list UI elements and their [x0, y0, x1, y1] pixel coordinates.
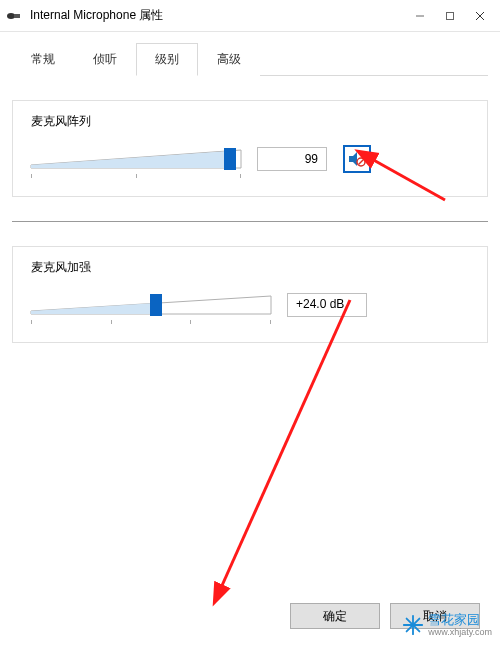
- watermark: 雪花家园 www.xhjaty.com: [402, 613, 492, 637]
- mic-boost-section: 麦克风加强 +24.0 dB: [12, 246, 488, 343]
- mic-boost-value: +24.0 dB: [287, 293, 367, 317]
- maximize-button[interactable]: [436, 5, 464, 27]
- svg-point-0: [7, 13, 15, 19]
- divider: [12, 221, 488, 222]
- mic-array-slider-thumb[interactable]: [224, 148, 236, 170]
- mute-button[interactable]: [343, 145, 371, 173]
- tab-advanced[interactable]: 高级: [198, 43, 260, 76]
- microphone-icon: [6, 10, 22, 22]
- svg-line-10: [359, 160, 364, 165]
- minimize-button[interactable]: [406, 5, 434, 27]
- close-button[interactable]: [466, 5, 494, 27]
- window-title: Internal Microphone 属性: [30, 7, 406, 24]
- mic-boost-slider-thumb[interactable]: [150, 294, 162, 316]
- svg-rect-3: [447, 12, 454, 19]
- tab-levels[interactable]: 级别: [136, 43, 198, 76]
- svg-marker-7: [31, 151, 230, 168]
- svg-marker-12: [31, 303, 156, 314]
- snowflake-icon: [402, 614, 424, 636]
- tab-general[interactable]: 常规: [12, 43, 74, 76]
- window-controls: [406, 5, 494, 27]
- watermark-name: 雪花家园: [428, 613, 492, 627]
- content-area: 常规 侦听 级别 高级 麦克风阵列: [0, 32, 500, 353]
- svg-rect-1: [14, 14, 20, 18]
- mic-array-value[interactable]: [257, 147, 327, 171]
- mic-array-row: [31, 144, 469, 174]
- titlebar: Internal Microphone 属性: [0, 0, 500, 32]
- mic-array-section: 麦克风阵列: [12, 100, 488, 197]
- watermark-url: www.xhjaty.com: [428, 627, 492, 637]
- ok-button[interactable]: 确定: [290, 603, 380, 629]
- svg-marker-8: [349, 152, 357, 166]
- tab-strip: 常规 侦听 级别 高级: [12, 42, 488, 76]
- mic-array-label: 麦克风阵列: [31, 113, 469, 130]
- tab-listen[interactable]: 侦听: [74, 43, 136, 76]
- mic-boost-row: +24.0 dB: [31, 290, 469, 320]
- mic-boost-label: 麦克风加强: [31, 259, 469, 276]
- mic-array-slider[interactable]: [31, 144, 241, 174]
- mic-boost-slider[interactable]: [31, 290, 271, 320]
